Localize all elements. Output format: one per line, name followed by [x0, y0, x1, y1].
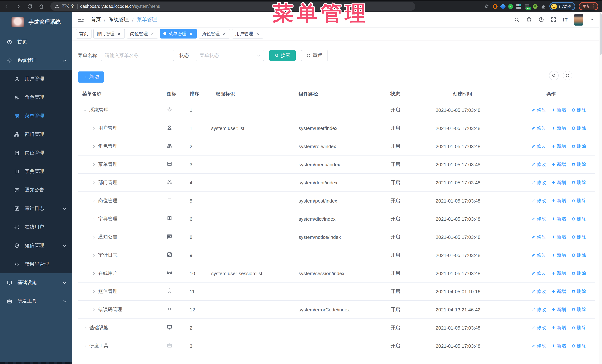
sidebar-item[interactable]: 角色管理	[0, 88, 72, 107]
search-icon[interactable]	[514, 17, 520, 23]
delete-link[interactable]: 删除	[571, 252, 586, 258]
chevron-down-icon[interactable]	[83, 108, 87, 112]
scrollbar-thumb[interactable]	[600, 13, 602, 55]
add-child-link[interactable]: 新增	[551, 288, 566, 295]
chevron-right-icon[interactable]	[92, 289, 96, 293]
add-child-link[interactable]: 新增	[551, 234, 566, 240]
delete-link[interactable]: 删除	[571, 161, 586, 167]
chevron-right-icon[interactable]	[92, 162, 96, 166]
edit-link[interactable]: 修改	[531, 161, 546, 167]
chevron-right-icon[interactable]	[92, 144, 96, 148]
delete-link[interactable]: 删除	[571, 343, 586, 349]
extension-icon[interactable]	[533, 4, 537, 9]
close-icon[interactable]	[150, 31, 155, 36]
profile-paused-chip[interactable]: 已暂停	[549, 2, 575, 10]
extension-icon[interactable]: on	[524, 4, 529, 9]
edit-link[interactable]: 修改	[531, 252, 546, 258]
delete-link[interactable]: 删除	[571, 216, 586, 222]
tab-item[interactable]: 岗位管理	[127, 29, 158, 39]
font-size-icon[interactable]: tT	[563, 17, 568, 22]
search-button[interactable]: 搜索	[269, 50, 296, 61]
delete-link[interactable]: 删除	[571, 288, 586, 295]
sidebar-item[interactable]: 审计日志	[0, 199, 72, 218]
tab-item[interactable]: 角色管理	[199, 29, 230, 39]
chevron-right-icon[interactable]	[92, 308, 96, 312]
browser-forward-button[interactable]	[13, 1, 23, 11]
refresh-table-button[interactable]	[563, 71, 572, 80]
fullscreen-icon[interactable]	[550, 17, 556, 23]
add-child-link[interactable]: 新增	[551, 179, 566, 186]
chevron-right-icon[interactable]	[83, 326, 87, 330]
sidebar-item[interactable]: 系统管理	[0, 51, 72, 70]
chevron-right-icon[interactable]	[83, 344, 87, 348]
sidebar-scrollbar[interactable]	[0, 362, 72, 364]
edit-link[interactable]: 修改	[531, 179, 546, 186]
browser-back-button[interactable]	[2, 1, 11, 11]
breadcrumb-item[interactable]: 系统管理	[109, 16, 129, 23]
add-child-link[interactable]: 新增	[551, 252, 566, 258]
add-child-link[interactable]: 新增	[551, 125, 566, 131]
edit-link[interactable]: 修改	[531, 143, 546, 149]
reset-button[interactable]: 重置	[301, 50, 328, 61]
browser-home-button[interactable]	[36, 1, 46, 11]
chevron-right-icon[interactable]	[92, 199, 96, 203]
status-select[interactable]: 菜单状态	[196, 50, 264, 61]
add-child-link[interactable]: 新增	[551, 270, 566, 276]
tab-item[interactable]: 首页	[76, 29, 92, 39]
sidebar-collapse-icon[interactable]	[77, 16, 85, 23]
page-scrollbar[interactable]	[599, 12, 602, 364]
chevron-down-icon[interactable]	[589, 17, 595, 23]
edit-link[interactable]: 修改	[531, 198, 546, 204]
chevron-right-icon[interactable]	[92, 235, 96, 239]
extension-icon[interactable]: ✓	[508, 4, 513, 9]
sidebar-item[interactable]: 在线用户	[0, 218, 72, 236]
edit-link[interactable]: 修改	[531, 234, 546, 240]
tab-active[interactable]: 菜单管理	[160, 29, 197, 39]
add-child-link[interactable]: 新增	[551, 143, 566, 149]
sidebar-item[interactable]: 基础设施	[0, 273, 72, 292]
browser-update-button[interactable]: 更新	[579, 2, 598, 10]
chevron-right-icon[interactable]	[92, 126, 96, 130]
delete-link[interactable]: 删除	[571, 234, 586, 240]
chevron-right-icon[interactable]	[92, 217, 96, 221]
sidebar-item[interactable]: 用户管理	[0, 70, 72, 88]
breadcrumb-item[interactable]: 首页	[91, 16, 101, 23]
tab-item[interactable]: 用户管理	[232, 29, 263, 39]
sidebar-item[interactable]: 短信管理	[0, 236, 72, 255]
close-icon[interactable]	[117, 31, 121, 36]
chevron-right-icon[interactable]	[92, 271, 96, 275]
delete-link[interactable]: 删除	[571, 143, 586, 149]
app-logo-row[interactable]: 芋道管理系统	[0, 12, 72, 32]
sidebar-item[interactable]: 研发工具	[0, 292, 72, 310]
chevron-right-icon[interactable]	[92, 180, 96, 185]
delete-link[interactable]: 删除	[571, 306, 586, 313]
close-icon[interactable]	[255, 31, 260, 36]
delete-link[interactable]: 删除	[571, 270, 586, 276]
delete-link[interactable]: 删除	[571, 125, 586, 131]
edit-link[interactable]: 修改	[531, 306, 546, 313]
edit-link[interactable]: 修改	[531, 125, 546, 131]
delete-link[interactable]: 删除	[571, 198, 586, 204]
add-child-link[interactable]: 新增	[551, 216, 566, 222]
bookmark-star-icon[interactable]	[484, 4, 489, 9]
extension-icon[interactable]	[493, 4, 497, 9]
edit-link[interactable]: 修改	[531, 288, 546, 295]
sidebar-item[interactable]: 通知公告	[0, 181, 72, 199]
extensions-puzzle-icon[interactable]	[541, 4, 546, 9]
menu-name-input[interactable]	[101, 50, 174, 61]
sidebar-item[interactable]: 菜单管理	[0, 107, 72, 125]
add-child-link[interactable]: 新增	[551, 107, 566, 113]
add-child-link[interactable]: 新增	[551, 306, 566, 313]
user-avatar[interactable]	[574, 14, 583, 25]
tab-item[interactable]: 部门管理	[93, 29, 125, 39]
add-child-link[interactable]: 新增	[551, 161, 566, 167]
help-icon[interactable]	[538, 17, 544, 23]
chevron-right-icon[interactable]	[92, 253, 96, 257]
extension-icon[interactable]	[500, 3, 505, 9]
browser-reload-button[interactable]	[25, 1, 34, 11]
delete-link[interactable]: 删除	[571, 179, 586, 186]
sidebar-item[interactable]: 部门管理	[0, 125, 72, 144]
edit-link[interactable]: 修改	[531, 324, 546, 331]
github-icon[interactable]	[526, 17, 532, 23]
sidebar-item[interactable]: 字典管理	[0, 162, 72, 181]
